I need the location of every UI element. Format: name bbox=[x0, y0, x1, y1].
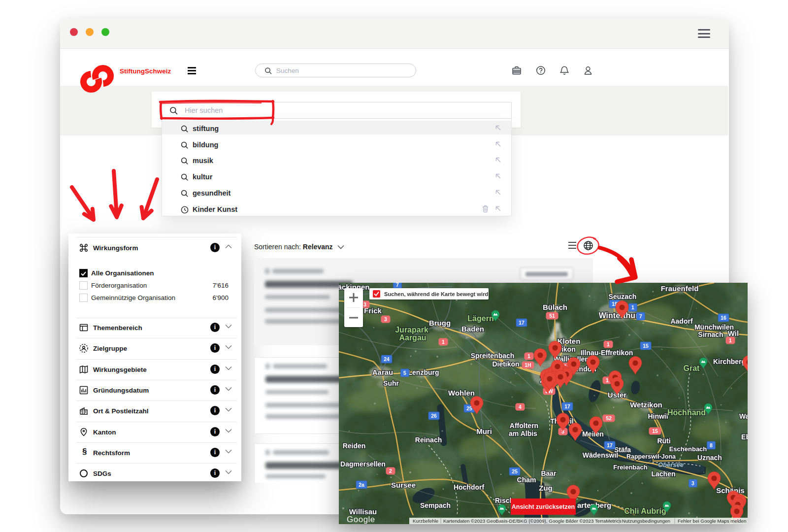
svg-text:Obersee: Obersee bbox=[658, 461, 684, 468]
svg-text:Kartendaten ©2023 GeoBasis-DE/: Kartendaten ©2023 GeoBasis-DE/BKG (©2009… bbox=[443, 518, 622, 524]
svg-text:Spreitenbach: Spreitenbach bbox=[471, 352, 515, 360]
svg-text:1: 1 bbox=[606, 377, 609, 383]
svg-text:am Albis: am Albis bbox=[509, 430, 537, 437]
svg-text:Bülach: Bülach bbox=[543, 303, 567, 311]
svg-text:Watt: Watt bbox=[739, 412, 748, 420]
svg-text:Meilen: Meilen bbox=[582, 430, 604, 438]
svg-text:Reinach: Reinach bbox=[415, 436, 442, 444]
svg-text:Stäfa: Stäfa bbox=[614, 446, 631, 454]
svg-text:Cham: Cham bbox=[517, 476, 536, 484]
svg-text:Kloten: Kloten bbox=[558, 337, 581, 345]
svg-text:Kurzbefehle: Kurzbefehle bbox=[413, 518, 439, 524]
svg-text:Aargau: Aargau bbox=[399, 333, 426, 342]
svg-text:Affoltern: Affoltern bbox=[510, 422, 538, 430]
svg-text:Reiden: Reiden bbox=[343, 442, 366, 450]
svg-text:Suchen, während die Karte bewe: Suchen, während die Karte bewegt wird. bbox=[384, 291, 490, 297]
svg-text:Lägern: Lägern bbox=[467, 314, 493, 323]
svg-text:5: 5 bbox=[403, 370, 406, 376]
svg-text:17: 17 bbox=[607, 442, 613, 448]
svg-text:Wohlen: Wohlen bbox=[448, 389, 475, 397]
svg-text:15: 15 bbox=[643, 343, 649, 349]
svg-text:Aarau: Aarau bbox=[372, 368, 394, 376]
svg-text:Eb: Eb bbox=[741, 433, 748, 441]
svg-text:Eschenbach: Eschenbach bbox=[669, 445, 707, 453]
svg-text:4: 4 bbox=[519, 404, 522, 410]
svg-text:25: 25 bbox=[512, 468, 518, 474]
svg-text:Fehler bei Google Maps melden: Fehler bei Google Maps melden bbox=[678, 518, 746, 524]
svg-text:Jurapark: Jurapark bbox=[395, 326, 428, 334]
svg-text:Rapperswil-Jona: Rapperswil-Jona bbox=[626, 453, 676, 460]
svg-text:Baden: Baden bbox=[461, 325, 484, 333]
svg-text:2: 2 bbox=[389, 468, 392, 474]
svg-text:Kirchberg: Kirchberg bbox=[713, 358, 746, 366]
svg-text:3: 3 bbox=[384, 316, 387, 322]
svg-text:1H: 1H bbox=[525, 362, 531, 368]
svg-text:Lachen: Lachen bbox=[651, 470, 675, 478]
svg-text:fikon: fikon bbox=[559, 345, 575, 353]
svg-text:1: 1 bbox=[729, 337, 732, 343]
svg-text:Chli Aubrig: Chli Aubrig bbox=[624, 507, 666, 515]
svg-text:Nutzungsbedingungen: Nutzungsbedingungen bbox=[622, 518, 670, 524]
svg-text:2a: 2a bbox=[359, 482, 364, 488]
svg-text:17: 17 bbox=[564, 403, 570, 409]
svg-text:26: 26 bbox=[431, 413, 437, 419]
svg-text:Ansicht zurücksetzen: Ansicht zurücksetzen bbox=[512, 503, 575, 510]
svg-text:1: 1 bbox=[527, 353, 530, 359]
svg-text:Dietikon: Dietikon bbox=[492, 360, 519, 368]
svg-text:16: 16 bbox=[721, 315, 726, 321]
svg-text:24: 24 bbox=[384, 356, 390, 362]
svg-text:Google: Google bbox=[347, 515, 375, 524]
svg-text:3: 3 bbox=[691, 480, 694, 486]
svg-text:Zug: Zug bbox=[539, 484, 553, 492]
svg-text:Seuzach: Seuzach bbox=[609, 293, 637, 300]
svg-text:Sursee: Sursee bbox=[391, 481, 416, 489]
svg-text:Frauenfeld: Frauenfeld bbox=[661, 284, 699, 293]
svg-text:7: 7 bbox=[396, 283, 399, 288]
svg-text:Freienbach: Freienbach bbox=[613, 464, 647, 471]
svg-text:Hinwil: Hinwil bbox=[648, 412, 668, 420]
svg-text:Hochdorf: Hochdorf bbox=[454, 483, 485, 491]
svg-text:52: 52 bbox=[606, 415, 612, 421]
svg-text:17: 17 bbox=[519, 320, 525, 326]
svg-text:1: 1 bbox=[442, 339, 445, 345]
svg-text:Brugg: Brugg bbox=[429, 319, 451, 327]
svg-text:3: 3 bbox=[363, 301, 366, 307]
svg-text:Höchhand: Höchhand bbox=[667, 408, 706, 417]
svg-text:Sempach: Sempach bbox=[420, 501, 451, 509]
svg-text:Muri: Muri bbox=[476, 427, 492, 435]
svg-text:Grat: Grat bbox=[684, 364, 700, 372]
svg-text:Sirnach: Sirnach bbox=[698, 331, 723, 338]
svg-text:Uznach: Uznach bbox=[697, 454, 722, 462]
svg-text:Wetzikon: Wetzikon bbox=[630, 400, 662, 409]
svg-text:51: 51 bbox=[549, 313, 555, 319]
svg-text:7: 7 bbox=[639, 313, 642, 319]
svg-text:Wil: Wil bbox=[728, 329, 739, 337]
svg-text:Lenzburg: Lenzburg bbox=[408, 368, 439, 376]
svg-text:Baar: Baar bbox=[541, 469, 557, 477]
svg-text:1: 1 bbox=[607, 341, 610, 347]
svg-text:1: 1 bbox=[631, 304, 634, 310]
svg-text:Rüti: Rüti bbox=[657, 437, 670, 445]
svg-text:Aadorf: Aadorf bbox=[670, 317, 692, 325]
svg-text:Dagmersellen: Dagmersellen bbox=[340, 460, 386, 468]
svg-text:15: 15 bbox=[652, 428, 658, 434]
svg-text:Suhr: Suhr bbox=[383, 379, 399, 387]
svg-text:8: 8 bbox=[710, 442, 713, 448]
svg-text:Wädenswil: Wädenswil bbox=[583, 451, 618, 459]
